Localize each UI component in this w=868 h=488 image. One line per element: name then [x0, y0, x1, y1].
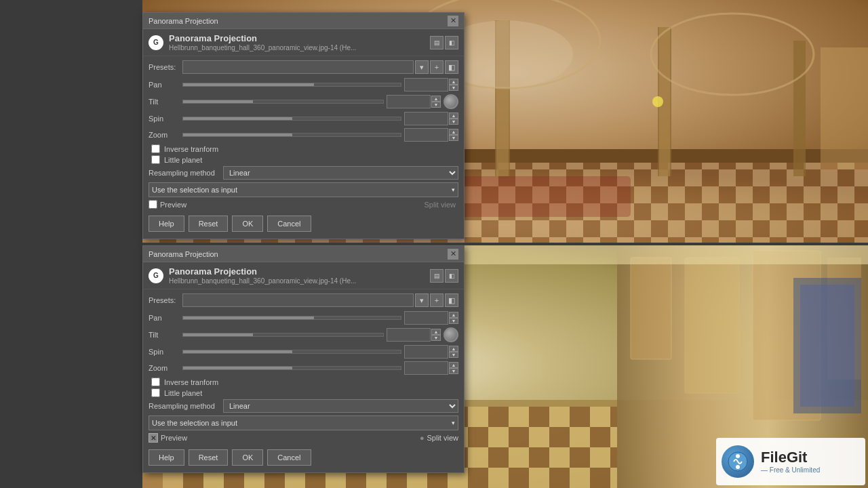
preview-row-top: Preview Split view [149, 200, 458, 209]
presets-add-top[interactable]: + [430, 60, 443, 74]
reset-button-top[interactable]: Reset [189, 216, 229, 232]
header-icon-1[interactable]: ▤ [430, 36, 443, 49]
tilt-value-top[interactable]: 30.00 [387, 95, 431, 108]
little-planet-checkbox-top[interactable] [151, 155, 160, 164]
preview-x-button-bottom[interactable]: ✕ [149, 433, 158, 443]
presets-input-bottom[interactable] [182, 293, 414, 307]
zoom-slider-bottom[interactable] [182, 361, 401, 375]
presets-label-top: Presets: [149, 63, 182, 71]
spin-slider-bottom[interactable] [182, 345, 401, 359]
little-planet-row-top: Little planet [149, 155, 458, 164]
presets-input-top[interactable] [182, 60, 414, 74]
cancel-button-bottom[interactable]: Cancel [267, 449, 311, 466]
zoom-up-top[interactable]: ▲ [449, 129, 458, 135]
split-view-check-top: Split view [425, 201, 458, 209]
pan-value-top[interactable]: 180.00 [404, 78, 448, 92]
resampling-row-top: Resampling method Linear Cubic None [149, 166, 458, 180]
plugin-subtitle: Hellbrunn_banqueting_hall_360_panoramic_… [169, 44, 356, 52]
presets-save-bottom[interactable]: ◧ [445, 293, 458, 307]
zoom-label-top: Zoom [149, 131, 182, 139]
zoom-spinners-bottom: ▲ ▼ [449, 362, 458, 374]
inverse-transform-checkbox-top[interactable] [151, 144, 160, 153]
header-icon-2[interactable]: ◧ [445, 36, 458, 49]
use-selection-arrow-top: ▾ [452, 186, 455, 193]
inverse-transform-label-bottom: Inverse tranform [164, 378, 218, 386]
pan-up-top[interactable]: ▲ [449, 79, 458, 85]
use-selection-label-bottom: Use the selection as input [152, 419, 237, 427]
zoom-slider-top[interactable] [182, 128, 401, 142]
dialog-top-titlebar: Panorama Projection ✕ [143, 13, 464, 29]
tilt-value-bottom[interactable]: 30.00 [387, 328, 431, 342]
spin-up-top[interactable]: ▲ [449, 113, 458, 119]
pan-up-bottom[interactable]: ▲ [449, 312, 458, 318]
use-selection-arrow-bottom: ▾ [452, 420, 455, 426]
help-button-bottom[interactable]: Help [149, 449, 184, 466]
resampling-select-top[interactable]: Linear Cubic None [223, 166, 458, 180]
preview-checkbox-top[interactable] [149, 200, 157, 209]
tilt-down-top[interactable]: ▼ [431, 102, 441, 108]
zoom-spinners-top: ▲ ▼ [449, 129, 458, 141]
pan-slider-top[interactable] [182, 78, 401, 92]
dialog-top-content: Presets: ▾ + ◧ Pan 180.00 ▲ ▼ Tilt [143, 56, 464, 239]
zoom-down-bottom[interactable]: ▼ [449, 368, 458, 374]
zoom-value-bottom[interactable]: 100.0 [404, 361, 448, 375]
zoom-down-top[interactable]: ▼ [449, 135, 458, 141]
pan-down-top[interactable]: ▼ [449, 85, 458, 91]
spin-up-bottom[interactable]: ▲ [449, 346, 458, 352]
tilt-slider-top[interactable] [182, 95, 384, 108]
spin-spinners-top: ▲ ▼ [449, 113, 458, 125]
spin-value-top[interactable]: 0.00 [404, 112, 448, 125]
filegit-text-area: FileGit — Free & Unlimited [761, 450, 820, 474]
zoom-row-bottom: Zoom 100.0 ▲ ▼ [149, 361, 458, 375]
plugin-info-bottom: Panorama Projection Hellbrunn_banqueting… [169, 266, 356, 285]
dialog-bottom-title: Panorama Projection [149, 250, 218, 258]
reset-button-bottom[interactable]: Reset [189, 449, 229, 466]
preview-check-top: Preview [149, 200, 186, 209]
presets-label-bottom: Presets: [149, 296, 182, 304]
filegit-tagline-text: Free & Unlimited [770, 466, 820, 474]
ok-button-bottom[interactable]: OK [232, 449, 263, 466]
presets-dropdown-top[interactable]: ▾ [415, 60, 429, 74]
presets-dropdown-bottom[interactable]: ▾ [415, 293, 429, 307]
dialog-bottom-header: G Panorama Projection Hellbrunn_banqueti… [143, 262, 464, 289]
zoom-up-bottom[interactable]: ▲ [449, 362, 458, 368]
dialog-bottom: Panorama Projection ✕ G Panorama Project… [142, 245, 465, 473]
filegit-logo [722, 445, 754, 478]
ok-button-top[interactable]: OK [232, 216, 263, 232]
resampling-select-bottom[interactable]: Linear Cubic None [223, 399, 458, 413]
header-icon-bottom-2[interactable]: ◧ [445, 269, 458, 283]
header-icons-bottom: ▤ ◧ [430, 269, 458, 283]
header-icon-bottom-1[interactable]: ▤ [430, 269, 443, 283]
zoom-value-top[interactable]: 100.0 [404, 128, 448, 142]
tilt-down-bottom[interactable]: ▼ [431, 335, 441, 341]
tilt-up-bottom[interactable]: ▲ [431, 329, 441, 335]
presets-add-bottom[interactable]: + [430, 293, 443, 307]
inverse-transform-checkbox-bottom[interactable] [151, 378, 160, 386]
dialog-bottom-titlebar: Panorama Projection ✕ [143, 246, 464, 262]
close-icon-bottom: ✕ [450, 250, 456, 258]
dialog-bottom-close-button[interactable]: ✕ [448, 249, 458, 260]
presets-save-top[interactable]: ◧ [445, 60, 458, 74]
pan-label-bottom: Pan [149, 314, 182, 322]
little-planet-checkbox-bottom[interactable] [151, 388, 160, 397]
spin-slider-top[interactable] [182, 112, 401, 125]
use-selection-dropdown-top[interactable]: Use the selection as input ▾ [149, 182, 458, 197]
pan-value-bottom[interactable]: 180.00 [404, 311, 448, 325]
spin-down-top[interactable]: ▼ [449, 119, 458, 125]
tilt-slider-bottom[interactable] [182, 328, 384, 342]
dialog-top-close-button[interactable]: ✕ [448, 16, 458, 26]
dialog-top-header: G Panorama Projection Hellbrunn_banqueti… [143, 29, 464, 56]
use-selection-dropdown-bottom[interactable]: Use the selection as input ▾ [149, 415, 458, 430]
spin-down-bottom[interactable]: ▼ [449, 352, 458, 358]
pan-down-bottom[interactable]: ▼ [449, 318, 458, 324]
spin-value-bottom[interactable]: 0.00 [404, 345, 448, 359]
help-button-top[interactable]: Help [149, 216, 184, 232]
dialog-top: Panorama Projection ✕ G Panorama Project… [142, 12, 465, 239]
pan-slider-bottom[interactable] [182, 311, 401, 325]
tilt-label-top: Tilt [149, 98, 182, 106]
filegit-watermark: FileGit — Free & Unlimited [716, 438, 865, 485]
header-icons: ▤ ◧ [430, 36, 458, 49]
cancel-button-top[interactable]: Cancel [267, 216, 311, 232]
dialog-bottom-content: Presets: ▾ + ◧ Pan 180.00 ▲ ▼ Tilt [143, 289, 464, 472]
tilt-up-top[interactable]: ▲ [431, 96, 441, 102]
